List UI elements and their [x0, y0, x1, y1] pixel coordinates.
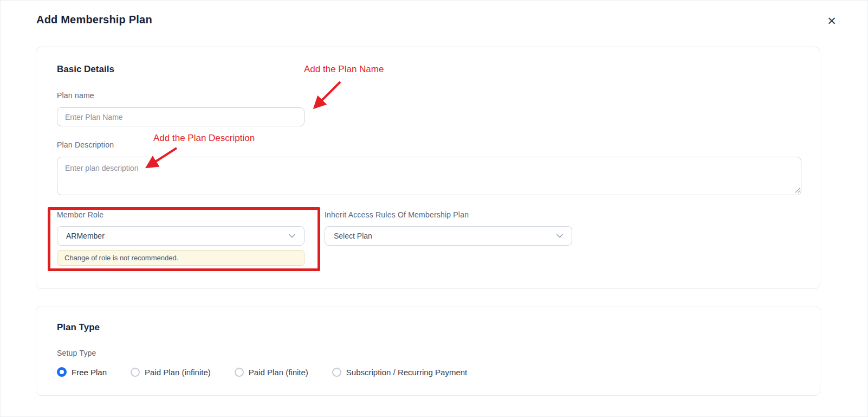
radio-unselected-icon[interactable]: [235, 368, 244, 377]
radio-unselected-icon[interactable]: [332, 368, 341, 377]
basic-details-title: Basic Details: [57, 64, 114, 75]
plan-name-input[interactable]: [57, 107, 305, 126]
add-membership-plan-dialog: Add Membership Plan ✕ Basic Details Plan…: [0, 0, 868, 417]
radio-option-subscription-recurring[interactable]: Subscription / Recurring Payment: [332, 368, 467, 377]
member-role-selected-value: ARMember: [66, 232, 105, 240]
inherit-access-select[interactable]: Select Plan: [325, 226, 572, 246]
plan-type-title: Plan Type: [57, 322, 100, 333]
chevron-down-icon: [556, 234, 563, 238]
radio-selected-icon[interactable]: [57, 367, 67, 377]
plan-description-annotation: Add the Plan Description: [153, 133, 255, 144]
radio-label[interactable]: Subscription / Recurring Payment: [346, 368, 467, 377]
radio-option-paid-plan-infinite[interactable]: Paid Plan (infinite): [131, 368, 211, 377]
radio-option-paid-plan-finite[interactable]: Paid Plan (finite): [235, 368, 308, 377]
plan-description-textarea[interactable]: [57, 157, 801, 195]
radio-label[interactable]: Paid Plan (infinite): [145, 368, 211, 377]
close-icon[interactable]: ✕: [823, 12, 840, 30]
plan-name-annotation: Add the Plan Name: [304, 64, 384, 75]
inherit-access-selected-value: Select Plan: [334, 232, 372, 240]
setup-type-radio-group: Free Plan Paid Plan (infinite) Paid Plan…: [57, 367, 467, 377]
basic-details-card: Basic Details Plan name Plan Description…: [36, 47, 820, 289]
member-role-label: Member Role: [57, 210, 103, 219]
plan-type-card: Plan Type Setup Type Free Plan Paid Plan…: [36, 306, 820, 396]
inherit-access-label: Inherit Access Rules Of Membership Plan: [325, 210, 469, 219]
setup-type-label: Setup Type: [57, 349, 96, 357]
radio-option-free-plan[interactable]: Free Plan: [57, 367, 107, 377]
page-title: Add Membership Plan: [36, 14, 152, 26]
plan-description-label: Plan Description: [57, 140, 114, 149]
radio-label[interactable]: Free Plan: [72, 368, 107, 377]
radio-unselected-icon[interactable]: [131, 368, 140, 377]
radio-label[interactable]: Paid Plan (finite): [249, 368, 308, 377]
plan-name-label: Plan name: [57, 91, 94, 100]
chevron-down-icon: [289, 234, 295, 238]
role-warning-note: Change of role is not recommended.: [57, 250, 305, 266]
member-role-select[interactable]: ARMember: [57, 226, 305, 246]
